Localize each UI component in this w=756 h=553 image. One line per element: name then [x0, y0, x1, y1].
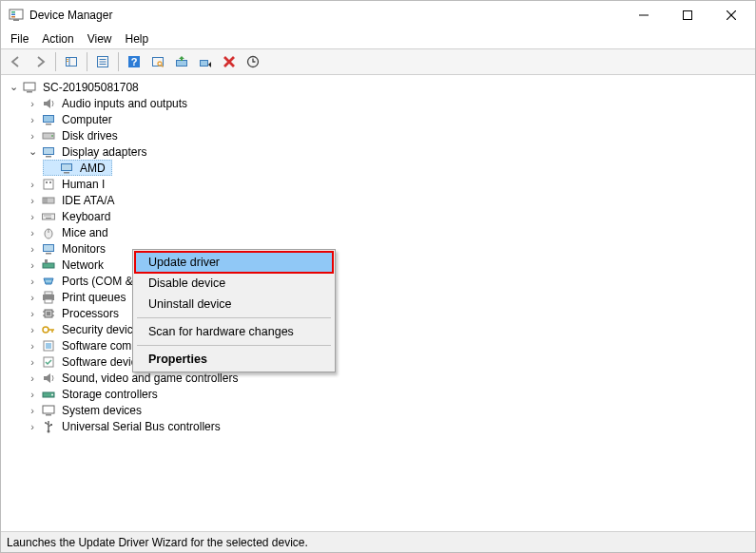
- chevron-right-icon[interactable]: ›: [26, 339, 39, 353]
- svg-point-49: [48, 215, 48, 216]
- svg-rect-79: [43, 406, 54, 413]
- tree-item-audio[interactable]: ›Audio inputs and outputs: [24, 95, 191, 111]
- tree-item-hid[interactable]: ›Human I: [24, 176, 108, 192]
- chevron-right-icon[interactable]: ›: [26, 242, 39, 256]
- scan-hardware-button[interactable]: [146, 51, 169, 72]
- chevron-right-icon[interactable]: ›: [26, 388, 39, 401]
- chevron-right-icon[interactable]: ›: [26, 258, 39, 272]
- tree-item-usb[interactable]: ›Universal Serial Bus controllers: [24, 418, 224, 434]
- svg-point-59: [46, 280, 47, 281]
- chevron-right-icon[interactable]: ›: [26, 404, 39, 417]
- chevron-right-icon[interactable]: ›: [26, 323, 39, 336]
- tree-root-label: SC-201905081708: [41, 81, 141, 94]
- svg-rect-57: [43, 263, 54, 268]
- close-button[interactable]: [709, 1, 753, 29]
- context-menu-properties[interactable]: Properties: [135, 349, 333, 370]
- monitor-icon: [41, 112, 56, 127]
- software-icon: [41, 354, 56, 370]
- svg-rect-41: [46, 181, 48, 183]
- mouse-icon: [41, 225, 56, 240]
- keyboard-icon: [41, 209, 56, 224]
- chevron-right-icon[interactable]: ›: [26, 291, 39, 304]
- speaker-icon: [41, 371, 56, 386]
- svg-rect-58: [45, 259, 48, 263]
- svg-rect-51: [46, 218, 51, 219]
- chevron-right-icon[interactable]: ›: [26, 420, 39, 433]
- chevron-right-icon[interactable]: ›: [26, 355, 39, 369]
- monitor-icon: [41, 241, 56, 257]
- svg-rect-28: [27, 91, 32, 93]
- update-driver-button[interactable]: [170, 51, 193, 72]
- tree-item-security[interactable]: ›Security devices: [24, 321, 148, 337]
- forward-button[interactable]: [29, 51, 51, 72]
- context-menu-update-driver[interactable]: Update driver: [134, 251, 334, 274]
- svg-point-83: [45, 422, 47, 424]
- chevron-right-icon[interactable]: ›: [26, 178, 39, 191]
- svg-rect-1: [11, 11, 15, 13]
- svg-rect-4: [13, 19, 19, 21]
- tree-item-amd[interactable]: ›AMD: [43, 160, 112, 176]
- chevron-right-icon[interactable]: ›: [26, 194, 39, 207]
- context-menu-separator: [137, 345, 331, 346]
- chevron-right-icon[interactable]: ›: [26, 307, 39, 320]
- component-icon: [41, 338, 56, 353]
- key-icon: [41, 322, 56, 337]
- tree-item-ide[interactable]: ›IDE ATA/A: [24, 192, 119, 208]
- disable-device-button[interactable]: [194, 51, 217, 72]
- tree-item-system[interactable]: ›System devices: [24, 402, 145, 418]
- properties-button[interactable]: [91, 51, 114, 72]
- menu-help[interactable]: Help: [120, 31, 155, 47]
- status-text: Launches the Update Driver Wizard for th…: [7, 536, 308, 549]
- status-bar: Launches the Update Driver Wizard for th…: [1, 531, 755, 552]
- usb-icon: [41, 419, 56, 434]
- tree-item-monitors[interactable]: ›Monitors: [24, 240, 109, 257]
- back-button[interactable]: [5, 51, 28, 72]
- add-legacy-hardware-button[interactable]: [242, 51, 264, 72]
- menu-file[interactable]: File: [5, 31, 34, 47]
- system-icon: [41, 403, 56, 418]
- chevron-right-icon[interactable]: ›: [26, 129, 39, 143]
- svg-rect-11: [67, 59, 68, 60]
- chevron-right-icon[interactable]: ›: [26, 226, 39, 239]
- uninstall-device-button[interactable]: [218, 51, 241, 72]
- menu-bar: File Action View Help: [1, 29, 755, 48]
- tree-root[interactable]: ⌄ SC-201905081708: [5, 79, 143, 95]
- maximize-button[interactable]: [666, 1, 709, 29]
- menu-action[interactable]: Action: [36, 31, 79, 47]
- svg-rect-46: [43, 214, 55, 219]
- tree-item-keyboards[interactable]: ›Keyboard: [24, 208, 114, 224]
- context-menu-disable-device[interactable]: Disable device: [135, 273, 333, 294]
- svg-rect-3: [11, 16, 15, 18]
- context-menu-uninstall-device[interactable]: Uninstall device: [135, 294, 333, 315]
- chevron-right-icon[interactable]: ›: [26, 97, 39, 110]
- toolbar-separator: [118, 52, 119, 71]
- svg-rect-27: [24, 83, 35, 90]
- menu-view[interactable]: View: [82, 31, 118, 47]
- speaker-icon: [41, 96, 56, 111]
- chevron-right-icon[interactable]: ›: [26, 372, 39, 385]
- chevron-right-icon[interactable]: ›: [26, 113, 39, 126]
- port-icon: [41, 274, 56, 289]
- chevron-right-icon[interactable]: ›: [26, 275, 39, 288]
- tree-item-computer[interactable]: ›Computer: [24, 111, 116, 127]
- display-adapter-icon: [59, 161, 74, 176]
- tree-item-print-queues[interactable]: ›Print queues: [24, 289, 129, 305]
- help-button[interactable]: ?: [123, 51, 145, 72]
- toolbar: ?: [1, 48, 755, 75]
- tree-item-processors[interactable]: ›Processors: [24, 305, 123, 321]
- tree-item-display-adapters[interactable]: ⌄Display adapters: [24, 143, 150, 160]
- tree-item-network[interactable]: ›Network: [24, 257, 107, 273]
- chevron-right-icon[interactable]: ›: [26, 210, 39, 223]
- tree-item-storage[interactable]: ›Storage controllers: [24, 386, 162, 402]
- tree-item-mice[interactable]: ›Mice and: [24, 224, 112, 240]
- chevron-down-icon[interactable]: ⌄: [26, 145, 39, 159]
- toolbar-separator: [55, 52, 56, 71]
- show-hide-console-button[interactable]: [60, 51, 83, 72]
- chevron-down-icon[interactable]: ⌄: [7, 81, 20, 94]
- minimize-button[interactable]: [622, 1, 666, 29]
- tree-item-disk-drives[interactable]: ›Disk drives: [24, 127, 122, 143]
- context-menu-scan-hardware[interactable]: Scan for hardware changes: [135, 321, 333, 342]
- device-tree[interactable]: ⌄ SC-201905081708 ›Audio inputs and outp…: [1, 75, 755, 531]
- svg-rect-84: [50, 424, 52, 426]
- hid-icon: [41, 177, 56, 192]
